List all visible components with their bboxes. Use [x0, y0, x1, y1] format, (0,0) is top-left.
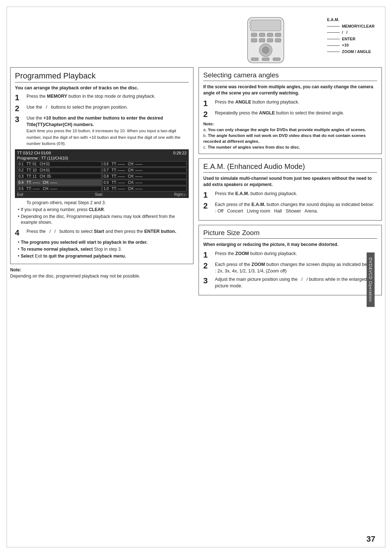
prog-cell-01: 0.1 TT: 01 CH:01 — [17, 161, 102, 167]
zoom-step-content-1: Press the ZOOM button during playback. — [215, 251, 377, 259]
prog-bullets: •If you input a wrong number, press CLEA… — [18, 207, 189, 226]
step-num-4: 4 — [15, 229, 24, 237]
svg-rect-7 — [259, 39, 265, 42]
svg-point-16 — [249, 25, 252, 28]
prog-table-grid: 0.1 TT: 01 CH:01 0.6 TT: —— CH: —— 0.2 T… — [17, 161, 187, 191]
svg-rect-5 — [275, 33, 281, 37]
camera-note-c: c. The number of angles varies from disc… — [203, 144, 377, 150]
programmed-playback-title: Programmed Playback — [15, 71, 189, 82]
svg-rect-4 — [267, 33, 273, 37]
zoom-step-num-3: 3 — [203, 276, 212, 289]
programmed-playback-section: Programmed Playback You can arrange the … — [10, 67, 193, 264]
zoom-step-content-3: Adjust the main picture position using t… — [215, 276, 377, 289]
zoom-step-num-2: 2 — [203, 262, 212, 274]
step-content-3: Use the +10 button and the number button… — [26, 115, 189, 147]
svg-rect-1 — [250, 20, 281, 31]
zoom-step-2: 2 Each press of the ZOOM button changes … — [203, 262, 377, 274]
prog-intro: You can arrange the playback order of tr… — [15, 85, 189, 90]
zoom-step-3: 3 Adjust the main picture position using… — [203, 276, 377, 289]
zoom-angle-label: ZOOM / ANGLE — [327, 49, 375, 55]
enter-label: ENTER — [327, 36, 375, 43]
svg-point-11 — [262, 47, 269, 53]
camera-step-content-1: Press the ANGLE button during playback. — [215, 99, 377, 108]
eam-section: E.A.M. (Enhanced Audio Mode) Used to sim… — [199, 158, 382, 221]
camera-step-num-2: 2 — [203, 110, 212, 119]
camera-note-label: Note: — [203, 121, 377, 127]
picture-zoom-section: Picture Size Zoom When enlarging or redu… — [199, 225, 382, 295]
right-column: Selecting camera angles If the scene was… — [199, 67, 382, 539]
prog-cell-02: 0.2 TT: 10 CH:01 — [17, 167, 102, 173]
prog-table-footer: ExitStartRight ▷ — [17, 193, 187, 197]
plus10-label: +10 — [327, 42, 375, 49]
step4-bullet-2: •To resume normal playback, select Stop … — [18, 246, 189, 252]
camera-step-num-1: 1 — [203, 99, 212, 108]
left-column: Programmed Playback You can arrange the … — [10, 67, 193, 539]
zoom-options: : 2x, 3x, 4x, 1/2, 1/3, 1/4, (Zoom off) — [215, 268, 287, 274]
step-content-4: Press the / / buttons to select Start an… — [26, 229, 189, 237]
step-num-1: 1 — [15, 93, 24, 102]
remote-svg — [237, 16, 295, 65]
prog-bottom-note: Note: Depending on the disc, programmed … — [10, 267, 193, 279]
eam-step-2: 2 Each press of the E.A.M. button change… — [203, 202, 377, 214]
zoom-step-content-2: Each press of the ZOOM button changes th… — [215, 262, 377, 274]
main-content: Programmed Playback You can arrange the … — [10, 67, 382, 539]
camera-intro: If the scene was recorded from multiple … — [203, 84, 377, 96]
svg-rect-2 — [251, 33, 257, 37]
prog-cell-03: 0.3 TT: 11 CH: 05 — [17, 174, 102, 179]
remote-diagram-area: E.A.M. MEMORY/CLEAR / / ENTER +10 ZOOM /… — [222, 14, 375, 76]
svg-rect-13 — [262, 58, 269, 61]
eam-options: : Off Concert Living room Hall Shower Ar… — [215, 209, 318, 214]
camera-notes: Note: a. You can only change the angle f… — [203, 121, 377, 150]
memory-clear-label: MEMORY/CLEAR — [327, 23, 375, 30]
step4-bullet-1: •The programs you selected will start to… — [18, 239, 189, 246]
prog-cell-06: 0.6 TT: —— CH: —— — [102, 161, 187, 167]
svg-rect-9 — [275, 39, 281, 42]
prog-table-title: Programme : TT (11)/CH(10) — [17, 156, 187, 160]
step-num-3: 3 — [15, 115, 24, 147]
eam-label: E.A.M. — [327, 17, 375, 23]
step-content-1: Press the MEMORY button in the stop mode… — [26, 93, 189, 102]
picture-zoom-title: Picture Size Zoom — [203, 229, 377, 239]
prog-cell-04: 0.4 TT: —— CH: —— — [17, 180, 102, 185]
prog-cell-07: 0.7 TT: —— CH: —— — [102, 167, 187, 173]
prog-bullet-2: •Depending on the disc, Programmed playb… — [18, 214, 189, 226]
camera-note-b: b. The angle function will not work on D… — [203, 133, 377, 144]
camera-angles-section: Selecting camera angles If the scene was… — [199, 67, 382, 154]
camera-step-1: 1 Press the ANGLE button during playback… — [203, 99, 377, 108]
prog-cell-08: 0.8 TT: —— CH: —— — [102, 174, 187, 179]
svg-point-15 — [249, 22, 252, 24]
camera-step-2: 2 Repeatedly press the ANGLE button to s… — [203, 110, 377, 119]
prog-step-1: 1 Press the MEMORY button in the stop mo… — [15, 93, 189, 102]
prog-note-label: Note: — [10, 267, 21, 272]
svg-rect-8 — [267, 39, 273, 42]
step-num-2: 2 — [15, 104, 24, 113]
page-number: 37 — [367, 534, 375, 544]
step4-bullets: •The programs you selected will start to… — [18, 239, 189, 259]
svg-rect-3 — [259, 33, 265, 37]
camera-step-content-2: Repeatedly press the ANGLE button to sel… — [215, 110, 377, 119]
svg-rect-14 — [273, 58, 280, 61]
prog-step-3: 3 Use the +10 button and the number butt… — [15, 115, 189, 147]
prog-step-2: 2 Use the / buttons to select the progra… — [15, 104, 189, 113]
zoom-step-1: 1 Press the ZOOM button during playback. — [203, 251, 377, 259]
eam-step-num-1: 1 — [203, 191, 212, 199]
remote-labels: E.A.M. MEMORY/CLEAR / / ENTER +10 ZOOM /… — [327, 17, 375, 55]
prog-cell-05: 0.5 TT: —— CH: —— — [17, 186, 102, 191]
eam-intro: Used to simulate multi-channel sound fro… — [203, 175, 377, 188]
prog-cell-10: 1.0 TT: —— CH: —— — [102, 186, 187, 191]
side-tab: DVD&VCD Operation — [367, 252, 375, 307]
programme-table: TT 03/12 CH 01/09 0:28:22 Programme : TT… — [15, 149, 189, 198]
picture-zoom-intro: When enlarging or reducing the picture, … — [203, 242, 377, 248]
step4-bullet-3: •Select Exit to quit the programmed paly… — [18, 253, 189, 259]
svg-rect-6 — [251, 39, 257, 42]
eam-step-content-1: Press the E.A.M. button during playback. — [215, 191, 377, 199]
prog-bullet-1: •If you input a wrong number, press CLEA… — [18, 207, 189, 213]
eam-step-content-2: Each press of the E.A.M. button changes … — [215, 202, 377, 214]
prog-table-header: TT 03/12 CH 01/09 0:28:22 — [17, 151, 187, 155]
step-content-2: Use the / buttons to select the program … — [26, 104, 189, 113]
camera-note-a: a. You can only change the angle for DVD… — [203, 127, 377, 133]
svg-rect-12 — [251, 58, 258, 61]
eam-title: E.A.M. (Enhanced Audio Mode) — [203, 162, 377, 173]
slash-label: / / — [327, 29, 375, 36]
camera-angles-title: Selecting camera angles — [203, 71, 377, 81]
